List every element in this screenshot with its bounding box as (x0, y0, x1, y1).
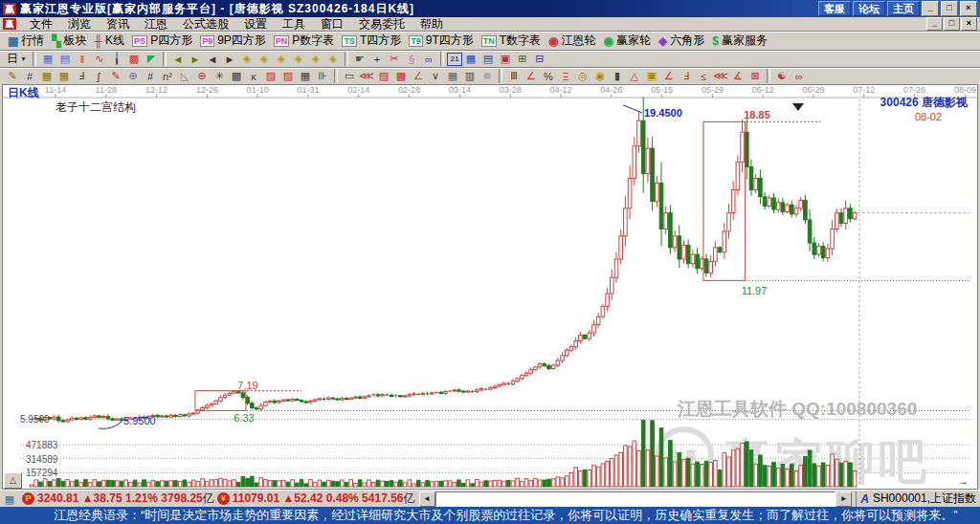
menu-tools[interactable]: 工具 (275, 16, 313, 33)
diamond-tool-5-icon[interactable]: ◈ (307, 52, 324, 66)
bar-chart-icon[interactable]: ‖ (74, 52, 91, 66)
coordinate-icon[interactable]: ▩ (125, 52, 143, 66)
f-angle-icon[interactable]: Ⅎ (678, 69, 695, 83)
bars-tool-icon[interactable]: Ⅲ (505, 69, 523, 83)
gold-box-icon[interactable]: ▣ (643, 69, 660, 83)
go-first-icon[interactable]: ◄ (169, 52, 187, 66)
go-last-icon[interactable]: ► (187, 52, 204, 66)
export-icon[interactable]: ⊞ (514, 52, 531, 66)
hash-grid-icon[interactable]: # (21, 69, 38, 83)
support-button[interactable]: 客服 (818, 1, 851, 16)
minimize-button[interactable]: _ (922, 1, 939, 16)
print-icon[interactable]: ⊟ (531, 52, 548, 66)
kline-chart-svg[interactable]: 11-1411-2812-1212-2601-1001-3102-1402-28… (3, 85, 977, 489)
sz-index-quote[interactable]: 11079.01 ▲52.42 0.48% 5417.56亿 (233, 491, 415, 507)
toolbar-kline-button[interactable]: ╫K线 (91, 32, 129, 50)
percent-levels-icon[interactable]: Ξ (557, 69, 574, 83)
angle-line-icon[interactable]: ∠ (410, 69, 427, 83)
restore-button[interactable]: □ (941, 1, 958, 16)
forum-button[interactable]: 论坛 (853, 1, 885, 16)
panel-toggle-button[interactable]: △ (4, 472, 22, 489)
wave-lines-icon[interactable]: ≋ (479, 69, 496, 83)
slope-tool-icon[interactable]: ∡ (729, 69, 746, 83)
bar-pair-icon[interactable]: ⊪ (314, 69, 331, 83)
info-panel-icon[interactable]: ▤ (56, 52, 74, 66)
market-grid-icon[interactable]: ▦ (2, 492, 17, 506)
menu-gann[interactable]: 江恩 (137, 16, 175, 33)
frame-tool-icon[interactable]: ▭ (341, 69, 358, 83)
dark-grid-icon[interactable]: ▦ (297, 69, 314, 83)
kline-chart-area[interactable]: 11-1411-2812-1212-2601-1001-3102-1402-28… (2, 84, 978, 490)
horizontal-scrollbar[interactable]: ◄ ► (419, 492, 853, 506)
homepage-button[interactable]: 主页 (887, 1, 920, 16)
triangle-ruler-icon[interactable]: ◺ (176, 69, 193, 83)
red-target-icon[interactable]: ⊕ (193, 69, 211, 83)
step-back-icon[interactable]: ◄ (204, 52, 221, 66)
half-grid-icon[interactable]: ▥ (461, 69, 479, 83)
save-icon[interactable]: ▣ (497, 52, 514, 66)
calculator-icon[interactable]: ▦ (462, 52, 479, 66)
chart-window-icon[interactable]: ▦ (39, 52, 56, 66)
child-close-button[interactable]: × (961, 17, 977, 31)
toolbar-sectors-button[interactable]: ▚板块 (48, 32, 90, 50)
toolbar-gann-wheel-button[interactable]: ◉江恩轮 (545, 32, 599, 50)
toolbar-winner-service-button[interactable]: $赢家服务 (708, 32, 771, 50)
menu-trade[interactable]: 交易委托 (351, 16, 412, 33)
candle-style-icon[interactable]: ╽ (108, 52, 125, 66)
circle-cross-icon[interactable]: ⊕ (124, 69, 142, 83)
red-grid-2-icon[interactable]: ▨ (279, 69, 297, 83)
diamond-tool-1-icon[interactable]: ◈ (238, 52, 256, 66)
crosshair-icon[interactable]: + (368, 52, 386, 66)
n-square-icon[interactable]: n² (159, 69, 176, 83)
k-mark-icon[interactable]: ĸ (245, 69, 262, 83)
toolbar-winner-wheel-button[interactable]: ◉赢家轮 (600, 32, 655, 50)
sh-index-quote[interactable]: 3240.81 ▲38.75 1.21% 3798.25亿 (37, 491, 214, 507)
child-minimize-button[interactable]: _ (926, 17, 943, 31)
infinity-tool-icon[interactable]: ∞ (791, 69, 808, 83)
red-grid-1-icon[interactable]: ▨ (262, 69, 279, 83)
scroll-left-icon[interactable]: ◄ (419, 491, 435, 507)
gann-grid-2-icon[interactable]: ▦ (56, 69, 73, 83)
notes-icon[interactable]: ▤ (479, 52, 497, 66)
toolbar-t-square-button[interactable]: TST四方形 (338, 32, 405, 50)
toolbar-quotes-button[interactable]: ▦行情 (4, 32, 48, 50)
menu-help[interactable]: 帮助 (412, 16, 451, 33)
arc-tool-icon[interactable]: ʃ (90, 69, 107, 83)
candle-pen-icon[interactable]: ▮ (609, 69, 626, 83)
cross-box-icon[interactable]: ⊠ (746, 69, 764, 83)
calendar-icon[interactable]: 21 (447, 53, 462, 66)
toolbar-p-table-button[interactable]: PNP数字表 (270, 32, 339, 50)
menu-formula-pick[interactable]: 公式选股 (175, 16, 236, 33)
yinyang-tool-icon[interactable]: ☯ (773, 69, 791, 83)
menu-browse[interactable]: 浏览 (60, 16, 99, 33)
speed-lines-icon[interactable]: ⋘ (712, 69, 729, 83)
cut-tool-icon[interactable]: ✂ (386, 52, 403, 66)
step-forward-icon[interactable]: ► (221, 52, 238, 66)
child-restore-button[interactable]: □ (944, 17, 960, 31)
gold-circle-2-icon[interactable]: ◉ (591, 69, 609, 83)
fan-lines-icon[interactable]: ⋘ (358, 69, 375, 83)
current-symbol-panel[interactable]: A SH000001,上证指数 (856, 491, 980, 507)
scrollbar-track[interactable] (435, 491, 836, 507)
v-line-icon[interactable]: ∨ (427, 69, 444, 83)
hand-tool-icon[interactable]: ☛ (351, 52, 368, 66)
menu-file[interactable]: 文件 (22, 16, 60, 33)
menu-window[interactable]: 窗口 (313, 16, 351, 33)
star-tool-icon[interactable]: ✳ (211, 69, 228, 83)
toolbar-t-table-button[interactable]: TNT数字表 (478, 32, 545, 50)
red-angle-y-icon[interactable]: ∠ (660, 69, 678, 83)
toolbar-hexagon-button[interactable]: ◈六角形 (655, 32, 708, 50)
zigzag-line-icon[interactable]: ∿ (91, 52, 108, 66)
period-day-dropdown[interactable]: 日▼ (4, 51, 30, 67)
dense-grid-icon[interactable]: # (142, 69, 159, 83)
diamond-tool-3-icon[interactable]: ◈ (273, 52, 290, 66)
gold-circle-1-icon[interactable]: ◎ (574, 69, 591, 83)
magnifier-icon[interactable]: ∞ (420, 52, 437, 66)
red-hatch-2-icon[interactable]: ▩ (392, 69, 410, 83)
mid-grid-icon[interactable]: ▦ (444, 69, 461, 83)
draw-flag-icon[interactable]: ◤ (143, 52, 160, 66)
diamond-tool-6-icon[interactable]: ◈ (324, 52, 342, 66)
red-triangle-icon[interactable]: △ (626, 69, 643, 83)
close-button[interactable]: × (960, 1, 977, 16)
brush-tool-icon[interactable]: § (403, 52, 420, 66)
